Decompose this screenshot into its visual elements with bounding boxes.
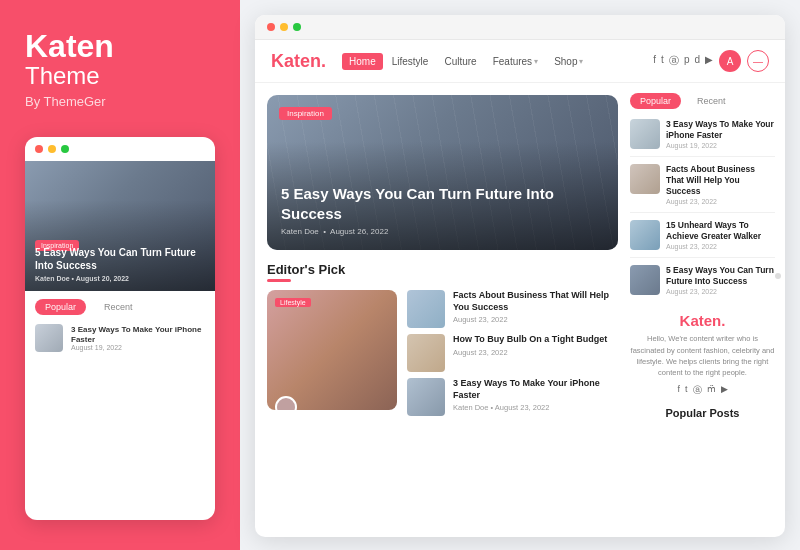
- browser-dot-green: [293, 23, 301, 31]
- nav-links: Home Lifestyle Culture Features ▾ Shop ▾: [342, 53, 590, 70]
- editors-pick-section: Editor's Pick Lifestyle: [267, 262, 618, 416]
- mobile-item-date: August 19, 2022: [71, 344, 205, 351]
- sidebar-popular-title: Popular Posts: [630, 407, 775, 419]
- browser-bar: [255, 15, 785, 40]
- editors-item-title-3: 3 Easy Ways To Make Your iPhone Faster: [453, 378, 618, 401]
- sidebar-post-body-4: 5 Easy Ways You Can Turn Future Into Suc…: [666, 265, 775, 295]
- mobile-hero-title: 5 Easy Ways You Can Turn Future Into Suc…: [35, 246, 205, 283]
- sidebar-tab-recent[interactable]: Recent: [687, 93, 736, 109]
- sidebar-post-date-1: August 19, 2022: [666, 142, 775, 149]
- nav-link-culture[interactable]: Culture: [437, 53, 483, 70]
- mobile-item-title: 3 Easy Ways To Make Your iPhone Faster: [71, 325, 205, 344]
- right-panel: Katen. Home Lifestyle Culture Features ▾…: [240, 0, 800, 550]
- editors-main-image: Lifestyle: [267, 290, 397, 410]
- mobile-tab-popular[interactable]: Popular: [35, 299, 86, 315]
- sidebar-post-title-2: Facts About Business That Will Help You …: [666, 164, 775, 197]
- left-brand: Katen Theme By ThemeGer: [25, 30, 215, 109]
- nav-social-icons: f t ⓐ p d ▶: [653, 54, 713, 68]
- hero-date: August 26, 2022: [330, 227, 388, 236]
- dot-yellow: [48, 145, 56, 153]
- about-facebook-icon[interactable]: f: [677, 384, 680, 397]
- nav-link-features[interactable]: Features ▾: [486, 53, 545, 70]
- editors-tag: Lifestyle: [275, 298, 311, 307]
- sidebar-post-title-1: 3 Easy Ways To Make Your iPhone Faster: [666, 119, 775, 141]
- content-main: Inspiration 5 Easy Ways You Can Turn Fut…: [255, 83, 630, 525]
- mobile-tabs: Popular Recent: [25, 291, 215, 319]
- sidebar-about-text: Hello, We're content writer who is fasci…: [630, 333, 775, 378]
- nav-brand-dot: .: [321, 51, 326, 71]
- sidebar-post-body-1: 3 Easy Ways To Make Your iPhone Faster A…: [666, 119, 775, 149]
- left-panel: Katen Theme By ThemeGer Inspiration 5 Ea…: [0, 0, 240, 550]
- nav-link-home[interactable]: Home: [342, 53, 383, 70]
- nav-icons: f t ⓐ p d ▶ A —: [653, 50, 769, 72]
- editors-item-1: Facts About Business That Will Help You …: [407, 290, 618, 328]
- site-nav: Katen. Home Lifestyle Culture Features ▾…: [255, 40, 785, 83]
- sidebar-post-date-3: August 23, 2022: [666, 243, 775, 250]
- mobile-hero: Inspiration 5 Easy Ways You Can Turn Fut…: [25, 161, 215, 291]
- about-medium-icon[interactable]: m̈: [707, 384, 716, 397]
- hero-meta: Katen Doe • August 26, 2022: [281, 227, 604, 236]
- sidebar-about-socials: f t ⓐ m̈ ▶: [630, 384, 775, 397]
- hero-card: Inspiration 5 Easy Ways You Can Turn Fut…: [267, 95, 618, 250]
- hero-author: Katen Doe: [281, 227, 319, 236]
- brand-by: By ThemeGer: [25, 94, 215, 109]
- sidebar-post-2: Facts About Business That Will Help You …: [630, 164, 775, 213]
- sidebar-post-body-2: Facts About Business That Will Help You …: [666, 164, 775, 205]
- sidebar-post-thumb-2: [630, 164, 660, 194]
- mobile-tab-recent[interactable]: Recent: [94, 299, 143, 315]
- nav-link-lifestyle[interactable]: Lifestyle: [385, 53, 436, 70]
- brand-theme: Theme: [25, 62, 215, 90]
- sidebar-about-brand: Katen.: [630, 312, 775, 329]
- editors-item-title-1: Facts About Business That Will Help You …: [453, 290, 618, 313]
- mobile-hero-meta: Katen Doe • August 20, 2022: [35, 274, 205, 283]
- brand-name: Katen: [25, 30, 215, 62]
- sidebar-post-date-4: August 23, 2022: [666, 288, 775, 295]
- tiktok-icon[interactable]: d: [694, 54, 700, 68]
- pinterest-icon[interactable]: p: [684, 54, 690, 68]
- mobile-preview: Inspiration 5 Easy Ways You Can Turn Fut…: [25, 137, 215, 520]
- browser-mock: Katen. Home Lifestyle Culture Features ▾…: [255, 15, 785, 537]
- mobile-list-item: 3 Easy Ways To Make Your iPhone Faster A…: [25, 319, 215, 357]
- sidebar-post-thumb-1: [630, 119, 660, 149]
- sidebar-about: Katen. Hello, We're content writer who i…: [630, 312, 775, 419]
- editors-item-body-1: Facts About Business That Will Help You …: [453, 290, 618, 324]
- sidebar-post-3: 15 Unheard Ways To Achieve Greater Walke…: [630, 220, 775, 258]
- nav-avatar-pink[interactable]: A: [719, 50, 741, 72]
- nav-avatar-outline[interactable]: —: [747, 50, 769, 72]
- mobile-top-bar: [25, 137, 215, 161]
- sidebar-post-4: 5 Easy Ways You Can Turn Future Into Suc…: [630, 265, 775, 302]
- editors-pick-title: Editor's Pick: [267, 262, 618, 277]
- youtube-icon[interactable]: ▶: [705, 54, 713, 68]
- sidebar-post-title-4: 5 Easy Ways You Can Turn Future Into Suc…: [666, 265, 775, 287]
- mobile-thumb: [35, 324, 63, 352]
- editors-item-body-2: How To Buy Bulb On a Tight Budget August…: [453, 334, 607, 357]
- about-youtube-icon[interactable]: ▶: [721, 384, 728, 397]
- sidebar-post-thumb-3: [630, 220, 660, 250]
- dot-green: [61, 145, 69, 153]
- browser-content: Inspiration 5 Easy Ways You Can Turn Fut…: [255, 83, 785, 525]
- nav-link-shop[interactable]: Shop ▾: [547, 53, 590, 70]
- hero-text: 5 Easy Ways You Can Turn Future Into Suc…: [281, 184, 604, 236]
- about-twitter-icon[interactable]: t: [685, 384, 688, 397]
- scroll-indicator: [775, 273, 781, 279]
- instagram-icon[interactable]: ⓐ: [669, 54, 679, 68]
- mobile-thumb-image: [35, 324, 63, 352]
- sidebar-post-date-2: August 23, 2022: [666, 198, 775, 205]
- editors-item-thumb-3: [407, 378, 445, 416]
- browser-dot-red: [267, 23, 275, 31]
- twitter-icon[interactable]: t: [661, 54, 664, 68]
- editors-grid: Lifestyle Facts About Business That Will…: [267, 290, 618, 416]
- editors-item-3: 3 Easy Ways To Make Your iPhone Faster K…: [407, 378, 618, 416]
- sidebar-tabs: Popular Recent: [630, 93, 775, 109]
- mobile-item-text: 3 Easy Ways To Make Your iPhone Faster A…: [71, 325, 205, 351]
- editors-bottom-meta: Katen Doe • August 23, 2022: [453, 403, 618, 412]
- hero-title: 5 Easy Ways You Can Turn Future Into Suc…: [281, 184, 604, 223]
- sidebar-post-1: 3 Easy Ways To Make Your iPhone Faster A…: [630, 119, 775, 157]
- facebook-icon[interactable]: f: [653, 54, 656, 68]
- editors-item-body-3: 3 Easy Ways To Make Your iPhone Faster K…: [453, 378, 618, 412]
- sidebar-post-thumb-4: [630, 265, 660, 295]
- sidebar-post-title-3: 15 Unheard Ways To Achieve Greater Walke…: [666, 220, 775, 242]
- sidebar-tab-popular[interactable]: Popular: [630, 93, 681, 109]
- dot-red: [35, 145, 43, 153]
- about-instagram-icon[interactable]: ⓐ: [693, 384, 702, 397]
